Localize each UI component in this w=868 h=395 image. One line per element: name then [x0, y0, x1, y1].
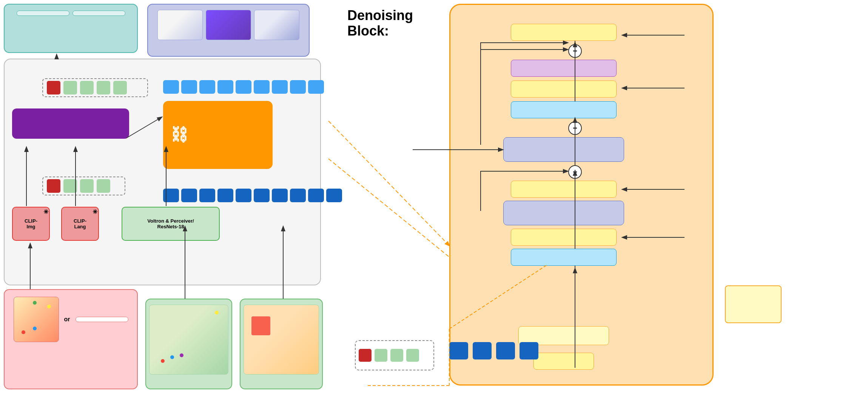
token-blue-9 [308, 80, 324, 94]
dot-y1 [215, 311, 219, 314]
token-green-5 [63, 179, 77, 193]
token-blue-5 [236, 80, 251, 94]
goal-box: or [4, 289, 138, 389]
dot-p1 [180, 353, 183, 357]
bottom-blue-1 [449, 342, 468, 359]
token-green-1 [63, 81, 77, 94]
dot-r1 [161, 359, 165, 363]
token-blue-3 [199, 80, 215, 94]
token-dark-2 [181, 189, 197, 202]
aux-objectives-box [4, 4, 138, 53]
token-red-2 [47, 179, 60, 193]
bottom-blue-2 [473, 342, 492, 359]
token-dark-9 [308, 189, 324, 202]
chain-icon: ⛓ [171, 125, 188, 145]
plus-circle-self: + [568, 165, 582, 179]
static-cam-box [145, 299, 232, 389]
token-green-2 [80, 81, 94, 94]
token-green-3 [97, 81, 110, 94]
gpt-diffusion-block: ⛓ [163, 101, 273, 169]
token-green-7 [97, 179, 110, 193]
linear-layer-block [725, 285, 782, 323]
cla-item [72, 11, 125, 16]
scale-middle-block [511, 181, 617, 198]
multi-head-cross-block [503, 137, 624, 162]
token-dark-3 [199, 189, 215, 202]
token-dark-1 [163, 189, 179, 202]
bottom-blue-tokens [449, 342, 538, 359]
voltron-block: Voltron & Perceiver/ ResNets-18 [122, 207, 220, 241]
denoised-token-row [163, 80, 324, 94]
static-cam-image [149, 305, 228, 375]
scale-shift-bottom-block [511, 229, 617, 246]
score-img-3 [254, 10, 299, 40]
noise-block [533, 353, 594, 370]
orange-denoising-block: + + + [449, 4, 714, 386]
score-img-1 [157, 10, 203, 40]
layer-norm-bottom-block [511, 249, 617, 266]
or-text: or [64, 316, 70, 323]
dot-yellow [47, 305, 51, 308]
token-blue-8 [290, 80, 306, 94]
dot-red [22, 330, 25, 334]
mlp-block [511, 60, 617, 77]
red-block [251, 316, 270, 335]
score-matching-box [147, 4, 310, 57]
noisy-token-row [163, 189, 342, 202]
scale-shift-top-block [511, 81, 617, 98]
transformer-encoder-block [12, 108, 129, 139]
scale-top-block [511, 24, 617, 41]
asterisk-icon-1: ✳ [43, 208, 48, 215]
token-blue-7 [272, 80, 288, 94]
token-dark-4 [217, 189, 233, 202]
asterisk-icon-2: ✳ [93, 208, 97, 215]
dot-b1 [170, 355, 174, 359]
wrist-cam-box [240, 299, 323, 389]
wrist-cam-image [244, 305, 319, 375]
token-dark-6 [254, 189, 270, 202]
goal-quote [76, 317, 128, 322]
bottom-token-g3 [406, 349, 419, 362]
right-area: Denoising Block: + [340, 0, 868, 395]
mdt-tokens-dashed [42, 78, 148, 97]
clip-lang-block: ✳ CLIP- Lang [61, 207, 99, 241]
token-red-1 [47, 81, 60, 94]
plus-circle-cross: + [568, 121, 582, 135]
mdt-box: ⛓ ✳ CLIP- Img ✳ CLIP- Lang Voltron & Per… [4, 59, 321, 285]
token-blue-1 [163, 80, 179, 94]
dot-blue [33, 327, 37, 330]
plus-circle-top: + [568, 44, 582, 58]
token-dark-7 [272, 189, 288, 202]
clip-img-block: ✳ CLIP- Img [12, 207, 50, 241]
bottom-blue-4 [520, 342, 538, 359]
mgf-item [17, 11, 69, 16]
token-green-6 [80, 179, 94, 193]
token-blue-2 [181, 80, 197, 94]
multi-head-self-block [503, 201, 624, 225]
token-dark-5 [236, 189, 251, 202]
bottom-token-g2 [390, 349, 403, 362]
score-img-2 [206, 10, 251, 40]
layer-norm-top-block [511, 101, 617, 118]
bottom-blue-3 [496, 342, 515, 359]
bottom-token-g1 [375, 349, 387, 362]
bottom-token-red [359, 349, 372, 362]
mdt-tokens-dashed-2 [42, 177, 125, 195]
bottom-tokens-dashed [355, 340, 434, 370]
token-blue-6 [254, 80, 270, 94]
dot-green [33, 301, 37, 305]
denoising-title: Denoising Block: [347, 8, 413, 39]
token-dark-8 [290, 189, 306, 202]
token-blue-4 [217, 80, 233, 94]
token-green-4 [113, 81, 127, 94]
goal-image [14, 297, 59, 342]
